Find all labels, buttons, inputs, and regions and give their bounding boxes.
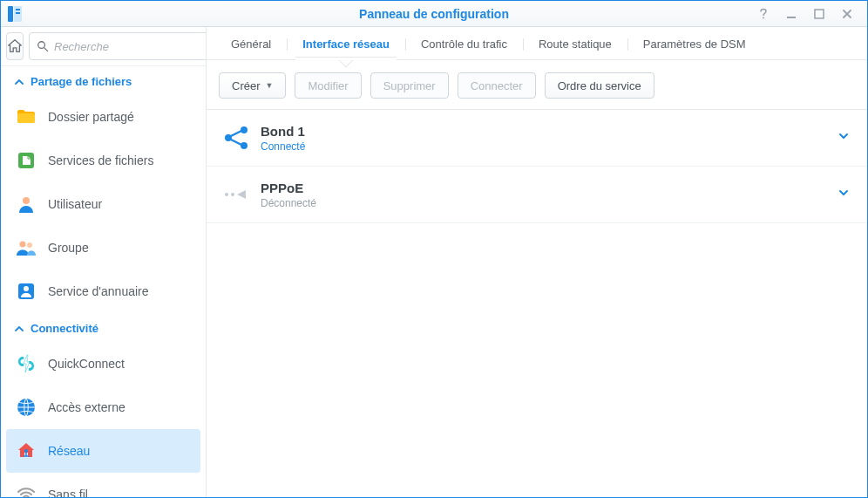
help-icon[interactable] [756, 6, 771, 22]
sidebar-item-label: Réseau [48, 444, 90, 458]
svg-rect-8 [17, 113, 35, 123]
sidebar-item-network[interactable]: Réseau [6, 429, 200, 473]
sidebar-item-user[interactable]: Utilisateur [1, 182, 206, 226]
interface-list: Bond 1 Connecté PPPoE Déconnecté [207, 110, 867, 497]
sidebar-item-label: Utilisateur [48, 197, 102, 211]
tab-general[interactable]: Général [215, 30, 287, 59]
button-label: Modifier [308, 79, 348, 92]
chevron-up-icon [15, 324, 24, 333]
svg-point-7 [38, 42, 45, 49]
wifi-icon [15, 483, 37, 497]
tab-label: Général [231, 38, 271, 51]
chevron-down-icon[interactable] [837, 187, 850, 202]
create-button[interactable]: Créer ▼ [219, 72, 286, 99]
folder-icon [15, 106, 37, 128]
sidebar-item-label: QuickConnect [48, 357, 125, 371]
tab-label: Route statique [539, 38, 612, 51]
body: Partage de fichiers Dossier partagé Serv… [1, 27, 867, 497]
sidebar: Partage de fichiers Dossier partagé Serv… [1, 27, 207, 497]
section-label: Partage de fichiers [31, 75, 132, 88]
tabs: Général Interface réseau Contrôle du tra… [207, 27, 867, 60]
sidebar-item-wireless[interactable]: Sans fil [1, 473, 206, 497]
caret-down-icon: ▼ [266, 81, 274, 90]
tab-traffic-control[interactable]: Contrôle du trafic [405, 30, 523, 59]
svg-point-12 [27, 242, 32, 248]
interface-row-pppoe[interactable]: PPPoE Déconnecté [207, 167, 867, 223]
sidebar-item-external-access[interactable]: Accès externe [1, 385, 206, 429]
toolbar: Créer ▼ Modifier Supprimer Connecter Ord… [207, 60, 867, 110]
svg-rect-5 [787, 17, 796, 18]
sidebar-item-directory[interactable]: Service d'annuaire [1, 269, 206, 313]
tab-static-route[interactable]: Route statique [523, 30, 627, 59]
svg-point-4 [763, 17, 764, 18]
svg-point-20 [241, 142, 248, 149]
chevron-up-icon [15, 78, 24, 86]
sidebar-item-label: Service d'annuaire [48, 284, 149, 298]
app-icon [4, 3, 25, 24]
sidebar-top [1, 27, 206, 66]
interface-text: Bond 1 Connecté [261, 124, 837, 153]
section-header-connectivity[interactable]: Connectivité [1, 313, 206, 342]
sidebar-item-shared-folder[interactable]: Dossier partagé [1, 95, 206, 139]
tab-label: Contrôle du trafic [421, 38, 507, 51]
window: Panneau de configuration [0, 0, 868, 498]
home-button[interactable] [6, 32, 24, 60]
svg-point-14 [24, 286, 29, 291]
tab-network-interface[interactable]: Interface réseau [287, 30, 405, 59]
svg-point-16 [24, 449, 28, 453]
button-label: Connecter [471, 79, 523, 92]
main: Général Interface réseau Contrôle du tra… [207, 27, 867, 497]
interface-name: Bond 1 [261, 124, 837, 139]
interface-text: PPPoE Déconnecté [261, 181, 837, 209]
svg-rect-6 [815, 10, 824, 18]
tab-label: Paramètres de DSM [643, 38, 746, 51]
svg-rect-3 [16, 12, 20, 14]
sidebar-item-label: Groupe [48, 241, 89, 255]
quickconnect-icon [15, 352, 37, 375]
connect-button[interactable]: Connecter [458, 72, 536, 99]
maximize-icon[interactable] [811, 6, 827, 22]
svg-point-21 [225, 193, 228, 196]
interface-name: PPPoE [261, 181, 837, 195]
tab-label: Interface réseau [302, 38, 390, 51]
bond-icon [219, 120, 254, 155]
sidebar-item-label: Accès externe [48, 400, 125, 414]
minimize-icon[interactable] [783, 6, 799, 22]
sidebar-item-file-services[interactable]: Services de fichiers [1, 139, 206, 182]
sidebar-item-label: Dossier partagé [48, 110, 134, 124]
home-icon [7, 38, 23, 54]
search-icon [37, 40, 49, 52]
sidebar-item-quickconnect[interactable]: QuickConnect [1, 342, 206, 385]
search-box[interactable] [29, 32, 207, 60]
interface-status: Déconnecté [261, 197, 837, 209]
delete-button[interactable]: Supprimer [370, 72, 449, 99]
section-label: Connectivité [31, 322, 98, 335]
interface-row-bond1[interactable]: Bond 1 Connecté [207, 110, 867, 167]
svg-point-10 [23, 197, 30, 204]
svg-point-19 [241, 126, 248, 133]
svg-rect-0 [8, 6, 13, 22]
globe-icon [15, 396, 37, 419]
search-input[interactable] [54, 40, 201, 53]
directory-icon [15, 280, 37, 303]
service-order-button[interactable]: Ordre du service [545, 72, 654, 99]
chevron-down-icon[interactable] [837, 130, 850, 146]
pppoe-icon [219, 177, 254, 212]
section-header-file-sharing[interactable]: Partage de fichiers [1, 66, 206, 95]
interface-status: Connecté [261, 140, 837, 153]
button-label: Ordre du service [558, 79, 641, 92]
sidebar-item-label: Sans fil [48, 488, 88, 497]
svg-point-11 [20, 242, 26, 248]
sidebar-item-label: Services de fichiers [48, 153, 153, 167]
window-title: Panneau de configuration [1, 7, 867, 21]
network-icon [15, 440, 37, 462]
button-label: Supprimer [383, 79, 436, 92]
button-label: Créer [232, 79, 261, 92]
tab-dsm-settings[interactable]: Paramètres de DSM [627, 30, 762, 59]
sidebar-item-group[interactable]: Groupe [1, 226, 206, 269]
modify-button[interactable]: Modifier [295, 72, 361, 99]
close-icon[interactable] [839, 6, 855, 22]
svg-rect-2 [16, 9, 20, 10]
titlebar: Panneau de configuration [1, 1, 867, 27]
svg-point-22 [231, 193, 234, 196]
